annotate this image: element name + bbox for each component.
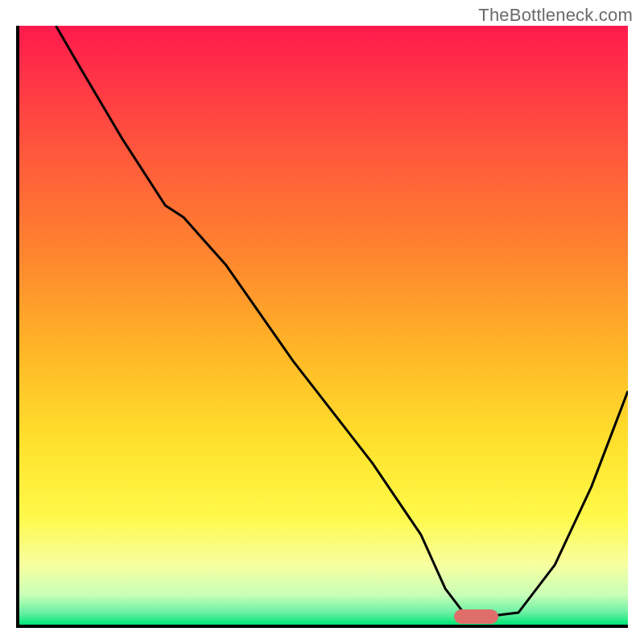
curve-layer — [19, 26, 628, 625]
bottleneck-chart: TheBottleneck.com — [0, 0, 644, 644]
plot-area — [16, 26, 628, 628]
bottleneck-curve-path — [56, 26, 628, 616]
watermark-text: TheBottleneck.com — [478, 5, 633, 26]
sweet-spot-marker — [454, 609, 498, 624]
